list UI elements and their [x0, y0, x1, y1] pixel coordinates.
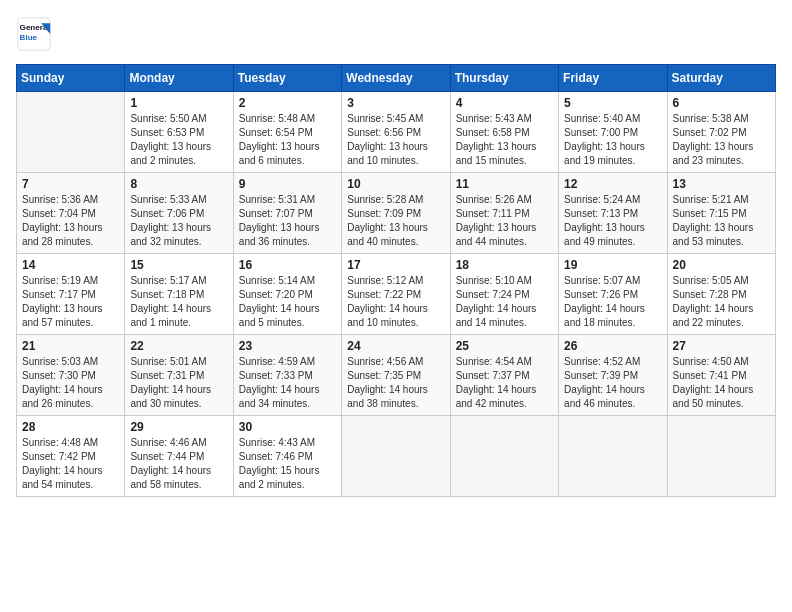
calendar-week-3: 14Sunrise: 5:19 AM Sunset: 7:17 PM Dayli… [17, 254, 776, 335]
calendar-cell: 10Sunrise: 5:28 AM Sunset: 7:09 PM Dayli… [342, 173, 450, 254]
day-info: Sunrise: 5:01 AM Sunset: 7:31 PM Dayligh… [130, 355, 227, 411]
calendar-cell: 2Sunrise: 5:48 AM Sunset: 6:54 PM Daylig… [233, 92, 341, 173]
day-number: 30 [239, 420, 336, 434]
calendar-cell: 4Sunrise: 5:43 AM Sunset: 6:58 PM Daylig… [450, 92, 558, 173]
calendar-cell: 5Sunrise: 5:40 AM Sunset: 7:00 PM Daylig… [559, 92, 667, 173]
day-number: 27 [673, 339, 770, 353]
weekday-header-friday: Friday [559, 65, 667, 92]
day-number: 13 [673, 177, 770, 191]
day-info: Sunrise: 5:10 AM Sunset: 7:24 PM Dayligh… [456, 274, 553, 330]
day-number: 15 [130, 258, 227, 272]
day-info: Sunrise: 4:50 AM Sunset: 7:41 PM Dayligh… [673, 355, 770, 411]
day-info: Sunrise: 4:46 AM Sunset: 7:44 PM Dayligh… [130, 436, 227, 492]
calendar-cell: 11Sunrise: 5:26 AM Sunset: 7:11 PM Dayli… [450, 173, 558, 254]
day-number: 6 [673, 96, 770, 110]
day-number: 23 [239, 339, 336, 353]
day-number: 26 [564, 339, 661, 353]
calendar-cell: 19Sunrise: 5:07 AM Sunset: 7:26 PM Dayli… [559, 254, 667, 335]
weekday-header-saturday: Saturday [667, 65, 775, 92]
weekday-header-tuesday: Tuesday [233, 65, 341, 92]
calendar-cell: 30Sunrise: 4:43 AM Sunset: 7:46 PM Dayli… [233, 416, 341, 497]
calendar-cell: 3Sunrise: 5:45 AM Sunset: 6:56 PM Daylig… [342, 92, 450, 173]
day-info: Sunrise: 5:45 AM Sunset: 6:56 PM Dayligh… [347, 112, 444, 168]
day-info: Sunrise: 5:17 AM Sunset: 7:18 PM Dayligh… [130, 274, 227, 330]
calendar-cell: 23Sunrise: 4:59 AM Sunset: 7:33 PM Dayli… [233, 335, 341, 416]
page-header: General Blue [16, 16, 776, 52]
calendar-week-4: 21Sunrise: 5:03 AM Sunset: 7:30 PM Dayli… [17, 335, 776, 416]
day-number: 17 [347, 258, 444, 272]
day-info: Sunrise: 5:24 AM Sunset: 7:13 PM Dayligh… [564, 193, 661, 249]
day-info: Sunrise: 5:50 AM Sunset: 6:53 PM Dayligh… [130, 112, 227, 168]
day-info: Sunrise: 4:59 AM Sunset: 7:33 PM Dayligh… [239, 355, 336, 411]
calendar-week-2: 7Sunrise: 5:36 AM Sunset: 7:04 PM Daylig… [17, 173, 776, 254]
calendar-week-5: 28Sunrise: 4:48 AM Sunset: 7:42 PM Dayli… [17, 416, 776, 497]
weekday-header-sunday: Sunday [17, 65, 125, 92]
day-number: 3 [347, 96, 444, 110]
day-number: 20 [673, 258, 770, 272]
calendar-cell: 21Sunrise: 5:03 AM Sunset: 7:30 PM Dayli… [17, 335, 125, 416]
day-info: Sunrise: 5:33 AM Sunset: 7:06 PM Dayligh… [130, 193, 227, 249]
calendar-cell: 16Sunrise: 5:14 AM Sunset: 7:20 PM Dayli… [233, 254, 341, 335]
calendar-cell: 1Sunrise: 5:50 AM Sunset: 6:53 PM Daylig… [125, 92, 233, 173]
day-number: 7 [22, 177, 119, 191]
day-number: 18 [456, 258, 553, 272]
day-info: Sunrise: 5:38 AM Sunset: 7:02 PM Dayligh… [673, 112, 770, 168]
calendar-cell: 7Sunrise: 5:36 AM Sunset: 7:04 PM Daylig… [17, 173, 125, 254]
calendar-cell: 29Sunrise: 4:46 AM Sunset: 7:44 PM Dayli… [125, 416, 233, 497]
day-number: 4 [456, 96, 553, 110]
day-number: 29 [130, 420, 227, 434]
calendar-cell: 28Sunrise: 4:48 AM Sunset: 7:42 PM Dayli… [17, 416, 125, 497]
day-info: Sunrise: 4:56 AM Sunset: 7:35 PM Dayligh… [347, 355, 444, 411]
day-number: 25 [456, 339, 553, 353]
calendar-cell: 14Sunrise: 5:19 AM Sunset: 7:17 PM Dayli… [17, 254, 125, 335]
calendar-cell: 9Sunrise: 5:31 AM Sunset: 7:07 PM Daylig… [233, 173, 341, 254]
day-number: 24 [347, 339, 444, 353]
weekday-header-wednesday: Wednesday [342, 65, 450, 92]
calendar-cell [559, 416, 667, 497]
calendar-cell: 27Sunrise: 4:50 AM Sunset: 7:41 PM Dayli… [667, 335, 775, 416]
day-info: Sunrise: 5:31 AM Sunset: 7:07 PM Dayligh… [239, 193, 336, 249]
day-number: 19 [564, 258, 661, 272]
day-number: 1 [130, 96, 227, 110]
calendar-body: 1Sunrise: 5:50 AM Sunset: 6:53 PM Daylig… [17, 92, 776, 497]
day-number: 12 [564, 177, 661, 191]
calendar-cell [667, 416, 775, 497]
day-number: 28 [22, 420, 119, 434]
calendar-cell [450, 416, 558, 497]
day-number: 10 [347, 177, 444, 191]
day-info: Sunrise: 5:43 AM Sunset: 6:58 PM Dayligh… [456, 112, 553, 168]
day-number: 14 [22, 258, 119, 272]
day-info: Sunrise: 5:36 AM Sunset: 7:04 PM Dayligh… [22, 193, 119, 249]
day-number: 21 [22, 339, 119, 353]
day-info: Sunrise: 5:05 AM Sunset: 7:28 PM Dayligh… [673, 274, 770, 330]
logo: General Blue [16, 16, 56, 52]
calendar-cell: 24Sunrise: 4:56 AM Sunset: 7:35 PM Dayli… [342, 335, 450, 416]
calendar-cell: 12Sunrise: 5:24 AM Sunset: 7:13 PM Dayli… [559, 173, 667, 254]
day-number: 2 [239, 96, 336, 110]
day-info: Sunrise: 4:48 AM Sunset: 7:42 PM Dayligh… [22, 436, 119, 492]
day-info: Sunrise: 4:43 AM Sunset: 7:46 PM Dayligh… [239, 436, 336, 492]
calendar-cell: 25Sunrise: 4:54 AM Sunset: 7:37 PM Dayli… [450, 335, 558, 416]
day-number: 16 [239, 258, 336, 272]
calendar-week-1: 1Sunrise: 5:50 AM Sunset: 6:53 PM Daylig… [17, 92, 776, 173]
weekday-header-thursday: Thursday [450, 65, 558, 92]
day-info: Sunrise: 4:54 AM Sunset: 7:37 PM Dayligh… [456, 355, 553, 411]
logo-icon: General Blue [16, 16, 52, 52]
day-info: Sunrise: 5:19 AM Sunset: 7:17 PM Dayligh… [22, 274, 119, 330]
day-number: 8 [130, 177, 227, 191]
calendar-cell: 18Sunrise: 5:10 AM Sunset: 7:24 PM Dayli… [450, 254, 558, 335]
day-number: 5 [564, 96, 661, 110]
calendar-cell [342, 416, 450, 497]
calendar-cell [17, 92, 125, 173]
calendar-cell: 6Sunrise: 5:38 AM Sunset: 7:02 PM Daylig… [667, 92, 775, 173]
svg-text:Blue: Blue [20, 33, 38, 42]
calendar-cell: 20Sunrise: 5:05 AM Sunset: 7:28 PM Dayli… [667, 254, 775, 335]
calendar-cell: 13Sunrise: 5:21 AM Sunset: 7:15 PM Dayli… [667, 173, 775, 254]
weekday-header-monday: Monday [125, 65, 233, 92]
day-number: 9 [239, 177, 336, 191]
calendar-cell: 15Sunrise: 5:17 AM Sunset: 7:18 PM Dayli… [125, 254, 233, 335]
calendar-cell: 22Sunrise: 5:01 AM Sunset: 7:31 PM Dayli… [125, 335, 233, 416]
day-info: Sunrise: 4:52 AM Sunset: 7:39 PM Dayligh… [564, 355, 661, 411]
calendar-table: SundayMondayTuesdayWednesdayThursdayFrid… [16, 64, 776, 497]
day-info: Sunrise: 5:40 AM Sunset: 7:00 PM Dayligh… [564, 112, 661, 168]
